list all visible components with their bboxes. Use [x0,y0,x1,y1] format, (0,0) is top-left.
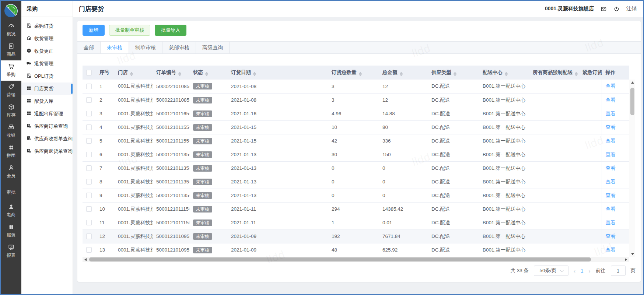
submenu-item-return-outbound-manage[interactable]: 退配出库管理 [21,108,73,120]
rail-item-label: 服装 [7,232,15,238]
batch-import-button[interactable]: 批量导入 [155,25,186,36]
submenu-item-opl-order[interactable]: OPL订货 [21,70,73,82]
cell-dc: B001.第一配送中心 [479,93,529,107]
cell-supply_type: DC.配送 [428,175,479,189]
row-checkbox[interactable] [86,84,92,89]
row-checkbox[interactable] [86,152,92,157]
view-link[interactable]: 查看 [606,152,616,157]
vertical-scroll-thumb[interactable] [630,88,634,115]
rail-item-purchase[interactable]: 采购 [1,60,21,81]
goto-page-input[interactable] [611,266,626,276]
rail-item-goods[interactable]: 商品 [1,40,21,60]
row-checkbox[interactable] [86,165,92,171]
view-link[interactable]: 查看 [606,165,616,171]
app-logo[interactable] [4,4,18,18]
submenu-item-supplier-order-query[interactable]: 供应商订单查询 [21,120,73,133]
select-all-checkbox[interactable] [86,70,92,75]
row-checkbox[interactable] [86,206,92,212]
row-checkbox[interactable] [86,124,92,130]
submenu-item-supplier-receive-query[interactable]: 供应商收货单查询 [21,133,73,145]
row-checkbox[interactable] [86,247,92,253]
power-icon[interactable] [613,6,620,12]
submenu-item-store-request[interactable]: 门店要货 [21,82,73,95]
submenu-item-label: 采购订货 [34,23,53,29]
view-link[interactable]: 查看 [606,111,616,116]
table-row: 10001.灵蕨科技旗舰店500022101085005未审核2021-01-0… [83,80,629,93]
view-link[interactable]: 查看 [606,220,616,225]
prev-page-button[interactable] [574,268,575,274]
scroll-up-icon[interactable] [629,80,636,85]
tab-doc-audit[interactable]: 制单审核 [129,42,162,53]
sort-carets-icon[interactable] [454,72,456,76]
submenu-item-label: 收货管理 [34,35,53,42]
row-checkbox[interactable] [86,193,92,198]
view-link[interactable]: 查看 [606,179,616,185]
row-checkbox[interactable] [86,138,92,144]
view-link[interactable]: 查看 [606,97,616,103]
rail-item-cashier[interactable]: 收银 [1,121,21,141]
rail-item-inventory[interactable]: 库存 [1,101,21,121]
rail-item-apparel[interactable]: 服装 [1,221,21,241]
sort-carets-icon[interactable] [400,72,403,76]
current-page[interactable]: 1 [581,268,584,274]
rail-item-report[interactable]: 报表 [1,241,21,261]
rail-item-overview[interactable]: 概况 [1,20,21,40]
column-label: 操作 [606,70,616,75]
sort-carets-icon[interactable] [575,72,578,76]
view-link[interactable]: 查看 [606,233,616,239]
tab-hq-audit[interactable]: 总部审核 [162,42,196,53]
icon-rail: 概况商品采购营销库存收银拼团会员审批电商服装报表 [1,1,21,294]
row-checkbox[interactable] [86,111,92,116]
submenu-item-receive-manage[interactable]: 收货管理 [21,32,73,45]
tab-all[interactable]: 全部 [77,42,101,53]
scroll-down-icon[interactable] [629,251,636,257]
submenu-item-allocate-inbound[interactable]: 配货入库 [21,95,73,108]
submenu-item-receive-correct[interactable]: 收货更正 [21,45,73,57]
cell-urgent [579,175,602,189]
batch-audit-button[interactable]: 批量制单审核 [109,25,150,36]
horizontal-scrollbar[interactable] [83,257,629,262]
vertical-scrollbar[interactable] [629,80,635,257]
rail-item-groupbuy[interactable]: 拼团 [1,141,21,162]
rail-item-member[interactable]: 会员 [1,162,21,182]
cell-order_no: 500012101115011 [153,216,189,229]
scroll-right-icon[interactable] [623,257,629,262]
page-size-select[interactable]: 50条/页 [534,266,568,276]
cell-seq: 10 [96,202,114,216]
sort-carets-icon[interactable] [505,72,508,76]
view-link[interactable]: 查看 [606,247,616,253]
row-checkbox[interactable] [86,220,92,225]
mail-icon[interactable] [601,6,607,12]
row-checkbox[interactable] [86,233,92,239]
tab-unaudited[interactable]: 未审核 [101,42,129,53]
submenu-item-label: 门店要货 [34,85,53,92]
row-checkbox[interactable] [86,97,92,103]
rail-item-marketing[interactable]: 营销 [1,81,21,101]
sort-carets-icon[interactable] [205,72,208,76]
submenu-item-purchase-order[interactable]: 采购订货 [21,20,73,32]
add-button[interactable]: 新增 [83,25,105,36]
column-header-amount: 总金额 [379,66,428,80]
view-link[interactable]: 查看 [606,124,616,130]
view-link[interactable]: 查看 [606,83,616,89]
scroll-left-icon[interactable] [83,257,88,262]
next-page-button[interactable] [589,268,591,274]
horizontal-scroll-thumb[interactable] [89,257,591,261]
orders-table-zone: 序号门店订单编号状态订货日期订货总数量总金额供应类型配送中心所有商品强制配送紧急… [83,66,629,257]
tab-advanced-query[interactable]: 高级查询 [196,42,230,53]
sort-carets-icon[interactable] [178,72,181,76]
row-checkbox[interactable] [86,179,92,185]
cell-order_no: 500012101165001 [153,107,189,120]
view-link[interactable]: 查看 [606,206,616,212]
submenu-item-supplier-return-query[interactable]: 供应商退货单查询 [21,145,73,158]
submenu-item-return-manage[interactable]: 退货管理 [21,57,73,70]
sort-carets-icon[interactable] [359,72,362,76]
rail-item-ecommerce[interactable]: 电商 [1,201,21,221]
submenu-title: 采购 [21,1,73,17]
view-link[interactable]: 查看 [606,193,616,198]
logout-link[interactable]: 注销 [626,6,637,12]
view-link[interactable]: 查看 [606,138,616,144]
sort-carets-icon[interactable] [130,72,133,76]
sort-carets-icon[interactable] [253,72,256,76]
rail-item-approval[interactable]: 审批 [1,187,21,198]
